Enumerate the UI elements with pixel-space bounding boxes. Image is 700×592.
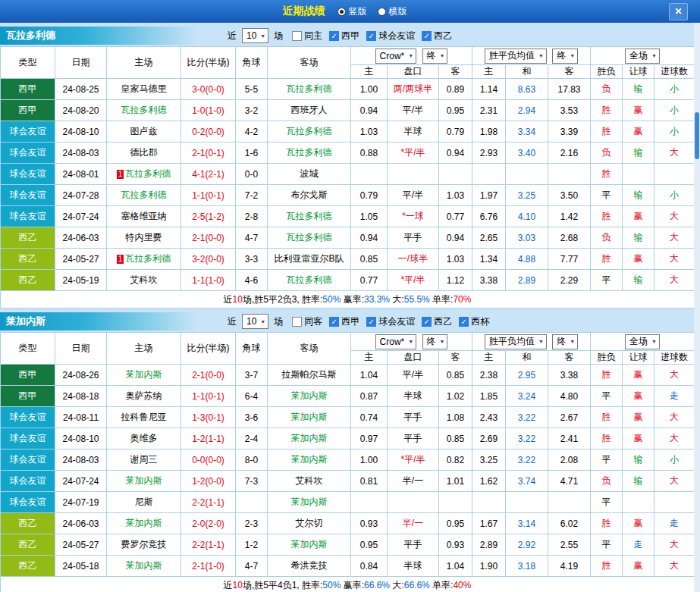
result-cell: 胜 — [591, 428, 623, 449]
avg-select-cell: 胜平负均值▼ 终▼ — [472, 47, 591, 65]
filter-西乙[interactable]: ✓西乙 — [422, 30, 452, 42]
chevron-down-icon: ▼ — [538, 53, 544, 58]
goals-result-cell: 大 — [654, 206, 695, 227]
match-count-select[interactable]: 10 ▼ — [242, 28, 268, 43]
col-type: 类型 — [1, 47, 55, 79]
bookmaker-select[interactable]: Crow*▼ — [375, 334, 417, 349]
goals-result-cell: 大 — [654, 534, 695, 556]
summary-part: 近 — [224, 580, 233, 590]
score-cell: 1-3(0-1) — [181, 407, 236, 428]
match-count-select[interactable]: 10 ▼ — [242, 314, 268, 329]
avg-type-select[interactable]: 胜平负均值▼ — [485, 49, 547, 64]
avg-type-select[interactable]: 胜平负均值▼ — [485, 334, 547, 349]
chevron-down-icon: ▼ — [570, 339, 575, 344]
result-cell: 平 — [591, 386, 623, 407]
date-cell: 24-05-18 — [55, 556, 107, 577]
filter-球会友谊[interactable]: ✓球会友谊 — [366, 30, 415, 42]
summary-part: 近 — [224, 294, 233, 305]
filter-label: 球会友谊 — [378, 30, 415, 42]
filter-同主[interactable]: 同主 — [292, 30, 322, 42]
summary-part: 大: — [390, 294, 404, 305]
home-team-cell: 1瓦拉多利德 — [107, 249, 181, 270]
home-odds-cell: 0.97 — [351, 428, 388, 449]
filter-label: 西乙 — [434, 30, 452, 42]
radio-selected-icon[interactable] — [337, 8, 346, 16]
radio-vertical-layout[interactable]: 竖版 — [337, 5, 367, 18]
league-type-cell: 西甲 — [1, 365, 55, 386]
score-cell: 0-0(0-0) — [181, 449, 236, 471]
col-corners: 角球 — [236, 333, 268, 365]
checkbox-checked-icon[interactable]: ✓ — [366, 317, 376, 327]
date-cell: 24-08-01 — [55, 164, 107, 185]
summary-part: 10 — [233, 294, 243, 305]
bookmaker-select[interactable]: Crow*▼ — [375, 49, 417, 64]
odds-stage-select[interactable]: 终▼ — [422, 334, 448, 349]
match-row: 西乙24-05-19艾科坎1-1(1-0)4-6瓦拉多利德0.77*平/半1.1… — [1, 270, 695, 291]
home-odds-cell: 0.74 — [351, 407, 388, 428]
goals-result-cell: 大 — [654, 227, 695, 249]
radio-unselected-icon[interactable] — [378, 8, 386, 16]
result-cell: 平 — [591, 534, 623, 556]
checkbox-unchecked-icon[interactable] — [292, 317, 302, 327]
goals-result-cell — [654, 492, 695, 513]
scrollbar[interactable] — [694, 23, 700, 592]
handicap-cell: 平手 — [388, 407, 439, 428]
checkbox-checked-icon[interactable]: ✓ — [422, 317, 432, 327]
avg-home-cell: 1.67 — [472, 513, 506, 534]
league-type-cell: 西乙 — [1, 534, 55, 556]
avg-home-cell: 1.85 — [472, 386, 506, 407]
away-team-cell: 艾尔切 — [268, 513, 351, 534]
checkbox-checked-icon[interactable]: ✓ — [422, 31, 432, 41]
score-cell: 0-2(0-0) — [181, 121, 236, 143]
handicap-cell: 半球 — [388, 556, 439, 577]
col-odds-home: 主 — [351, 351, 388, 365]
filter-西乙[interactable]: ✓西乙 — [422, 315, 452, 328]
panel-title: 近期战绩 — [283, 5, 325, 18]
avg-draw-cell: 4.10 — [506, 206, 548, 227]
summary-part: 10 — [233, 580, 243, 590]
checkbox-checked-icon[interactable]: ✓ — [329, 317, 339, 327]
col-avg-home: 主 — [472, 351, 506, 365]
scope-select[interactable]: 全场▼ — [625, 49, 660, 64]
filter-同客[interactable]: 同客 — [292, 315, 322, 328]
avg-away-cell: 4.19 — [548, 556, 591, 577]
avg-draw-cell: 2.92 — [506, 534, 548, 556]
avg-away-cell: 2.41 — [548, 428, 591, 449]
league-type-cell: 球会友谊 — [1, 428, 55, 449]
odds-stage-select[interactable]: 终▼ — [422, 49, 448, 64]
filter-球会友谊[interactable]: ✓球会友谊 — [366, 315, 415, 328]
home-odds-cell: 1.00 — [351, 449, 388, 471]
close-button[interactable]: ✕ — [669, 3, 688, 20]
away-odds-cell: 1.03 — [439, 185, 472, 206]
score-cell: 3-0(0-0) — [181, 79, 236, 100]
radio-horizontal-layout[interactable]: 横版 — [378, 5, 407, 18]
filter-西甲[interactable]: ✓西甲 — [329, 30, 359, 42]
match-row: 球会友谊24-08-011瓦拉多利德4-1(2-1)0-0波城胜 — [1, 164, 695, 185]
checkbox-checked-icon[interactable]: ✓ — [459, 317, 469, 327]
away-odds-cell — [439, 492, 472, 513]
col-away: 客场 — [268, 47, 351, 79]
match-row: 球会友谊24-07-24莱加内斯1-2(0-0)7-3艾科坎0.81半/一1.0… — [1, 471, 695, 492]
scrollbar-thumb[interactable] — [695, 112, 699, 159]
checkbox-unchecked-icon[interactable] — [292, 31, 302, 41]
col-result: 胜负 — [591, 351, 623, 365]
col-away: 客场 — [268, 333, 351, 365]
filter-西杯[interactable]: ✓西杯 — [459, 315, 489, 328]
result-cell: 负 — [591, 79, 623, 100]
handicap-result-cell: 赢 — [623, 249, 654, 270]
summary-part: 单率: — [430, 294, 454, 305]
avg-stage-select[interactable]: 终▼ — [552, 49, 578, 64]
away-odds-cell: 1.04 — [439, 556, 472, 577]
avg-home-cell: 2.43 — [472, 407, 506, 428]
handicap-cell: 平/半 — [388, 365, 439, 386]
avg-away-cell: 3.39 — [548, 121, 591, 143]
corners-cell: 3-3 — [236, 249, 268, 270]
checkbox-checked-icon[interactable]: ✓ — [329, 31, 339, 41]
checkbox-checked-icon[interactable]: ✓ — [366, 31, 376, 41]
filter-西甲[interactable]: ✓西甲 — [329, 315, 359, 328]
avg-stage-select[interactable]: 终▼ — [552, 334, 578, 349]
scope-select[interactable]: 全场▼ — [625, 334, 660, 349]
col-avg-draw: 和 — [506, 351, 548, 365]
handicap-cell — [388, 492, 439, 513]
team-name: 莱加内斯 — [0, 315, 149, 328]
